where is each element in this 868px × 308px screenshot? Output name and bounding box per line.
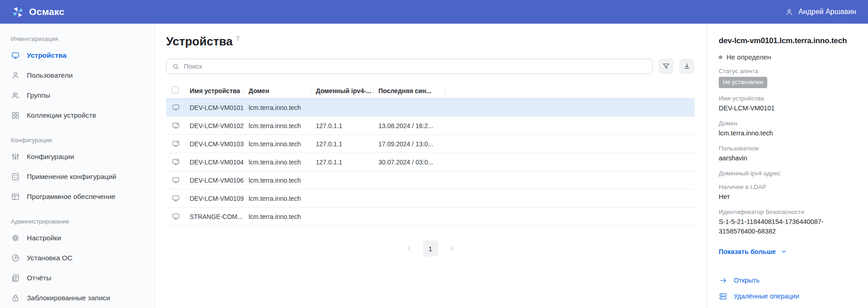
column-header-device-name[interactable]: Имя устройства	[190, 87, 249, 94]
cell-last-sync: 13.08.2024 / 16:2...	[378, 122, 447, 129]
app-logo[interactable]: Осмакс	[12, 6, 64, 18]
cell-device-name: DEV-LCM-VM0103	[190, 140, 249, 148]
cell-device-name: DEV-LCM-VM0109	[190, 195, 249, 202]
show-more-link[interactable]: Показать больше	[719, 248, 856, 255]
sidebar-item-label: Настройки	[27, 234, 61, 242]
search-input[interactable]	[184, 63, 647, 70]
server-icon	[719, 292, 727, 301]
filter-button[interactable]	[658, 59, 674, 74]
grid-icon	[11, 111, 20, 120]
table-row[interactable]: DEV-LCM-VM0102 lcm.terra.inno.tech 127.0…	[166, 117, 695, 135]
device-count: 7	[236, 35, 240, 42]
arrow-right-icon	[719, 276, 727, 285]
monitor-x-icon	[172, 139, 180, 148]
sidebar-item-users[interactable]: Пользователи	[11, 65, 144, 85]
cell-domain: lcm.terra.inno.tech	[249, 177, 316, 184]
detail-field: Пользователи aarshavin	[719, 145, 856, 163]
field-value: S-1-5-21-1184408154-1736440087-315857640…	[719, 217, 856, 236]
table-row[interactable]: DEV-LCM-VM0101 lcm.terra.inno.tech	[166, 99, 695, 117]
users-icon	[11, 91, 20, 100]
column-header-last-sync[interactable]: Последняя син...	[378, 87, 447, 94]
device-status: Не определен	[726, 53, 771, 61]
cell-domain: lcm.terra.inno.tech	[249, 195, 316, 202]
agent-status-badge: Не установлен	[719, 77, 767, 88]
wrench-icon	[11, 253, 20, 263]
sidebar-item-configurations[interactable]: Конфигурации	[11, 147, 144, 167]
download-button[interactable]	[679, 59, 695, 74]
field-value: aarshavin	[719, 154, 856, 163]
monitor-icon	[172, 212, 180, 221]
action-label: Удалённые операции	[734, 293, 799, 300]
monitor-icon	[172, 103, 180, 112]
user-icon	[11, 71, 20, 80]
devices-table: Имя устройства Домен Доменный ipv4-... П…	[166, 83, 695, 226]
device-detail-panel: dev-lcm-vm0101.lcm.terra.inno.tech Не оп…	[706, 24, 868, 308]
sidebar-item-reports[interactable]: Отчёты	[11, 268, 144, 288]
action-open[interactable]: Открыть	[719, 273, 856, 288]
action-remote-operations[interactable]: Удалённые операции	[719, 288, 856, 304]
sidebar-item-devices[interactable]: Устройства	[11, 45, 144, 65]
main-content: Устройства7 Имя устройства Домен Доменны…	[155, 24, 706, 308]
detail-field: Наличие в LDAP Нет	[719, 184, 856, 202]
sidebar: Инвентаризация Устройства Пользователи Г…	[0, 24, 155, 308]
detail-field: Идентификатор безопасности S-1-5-21-1184…	[719, 209, 856, 236]
table-row[interactable]: DEV-LCM-VM0106 lcm.terra.inno.tech	[166, 171, 695, 189]
cell-domain: lcm.terra.inno.tech	[249, 159, 316, 166]
field-label: Домен	[719, 120, 856, 127]
sidebar-item-label: Конфигурации	[27, 153, 74, 161]
column-header-ipv4[interactable]: Доменный ipv4-...	[316, 87, 378, 94]
chevron-down-icon	[780, 248, 787, 255]
sliders-icon	[11, 152, 20, 161]
sidebar-item-settings[interactable]: Настройки	[11, 228, 144, 248]
cell-domain: lcm.terra.inno.tech	[249, 213, 316, 220]
layout-icon	[11, 192, 20, 201]
page-number[interactable]: 1	[423, 240, 438, 257]
field-label: Пользователи	[719, 145, 856, 152]
table-row[interactable]: DEV-LCM-VM0103 lcm.terra.inno.tech 127.0…	[166, 135, 695, 153]
field-value: DEV-LCM-VM0101	[719, 104, 856, 113]
action-label: Открыть	[734, 277, 760, 284]
app-title: Осмакс	[29, 6, 64, 17]
field-label: Наличие в LDAP	[719, 184, 856, 190]
select-all-checkbox[interactable]	[172, 86, 179, 94]
monitor-icon	[172, 194, 180, 203]
cell-domain: lcm.terra.inno.tech	[249, 122, 316, 129]
sidebar-item-os-install[interactable]: Установка ОС	[11, 248, 144, 268]
table-row[interactable]: DEV-LCM-VM0104 lcm.terra.inno.tech 127.0…	[166, 153, 695, 171]
sidebar-item-label: Пользователи	[27, 71, 73, 79]
sidebar-item-device-collections[interactable]: Коллекции устройств	[11, 105, 144, 125]
prev-page-button[interactable]	[405, 244, 414, 253]
report-icon	[11, 273, 20, 283]
cell-ipv4: 127.0.1.1	[316, 122, 378, 129]
device-fqdn: dev-lcm-vm0101.lcm.terra.inno.tech	[719, 36, 856, 45]
table-row[interactable]: DEV-LCM-VM0109 lcm.terra.inno.tech	[166, 189, 695, 208]
next-page-button[interactable]	[447, 244, 456, 253]
lock-icon	[11, 293, 20, 303]
osmax-logo-icon	[12, 6, 24, 18]
field-label: Доменный ipv4-адрес	[719, 170, 856, 177]
detail-field: Доменный ipv4-адрес	[719, 170, 856, 177]
sidebar-item-label: Группы	[27, 91, 50, 99]
table-row[interactable]: STRANGE-COM... lcm.terra.inno.tech	[166, 208, 695, 226]
column-header-domain[interactable]: Домен	[249, 87, 316, 94]
sidebar-item-software[interactable]: Программное обеспечение	[11, 187, 144, 207]
download-icon	[683, 62, 691, 70]
sidebar-item-label: Отчёты	[27, 274, 51, 282]
sidebar-item-label: Коллекции устройств	[27, 111, 96, 119]
page-title: Устройства7	[166, 35, 695, 49]
monitor-x-icon	[172, 158, 180, 166]
sidebar-item-locked-records[interactable]: Заблокированные записи	[11, 288, 144, 308]
sidebar-item-label: Устройства	[27, 51, 67, 60]
filter-icon	[662, 62, 670, 70]
user-menu[interactable]: Андрей Аршавин	[785, 8, 856, 16]
sidebar-item-configuration-apply[interactable]: Применение конфигураций	[11, 167, 144, 187]
sidebar-item-label: Установка ОС	[27, 254, 73, 262]
sidebar-item-label: Заблокированные записи	[27, 294, 110, 302]
top-bar: Осмакс Андрей Аршавин	[0, 0, 868, 24]
field-label: Имя устройства	[719, 95, 856, 102]
action-remote-access[interactable]: Удалённый доступ	[719, 304, 856, 308]
sidebar-item-groups[interactable]: Группы	[11, 85, 144, 105]
detail-field: Статус агента Не установлен	[719, 68, 856, 88]
cell-device-name: DEV-LCM-VM0106	[190, 177, 249, 184]
pagination: 1	[166, 240, 695, 257]
